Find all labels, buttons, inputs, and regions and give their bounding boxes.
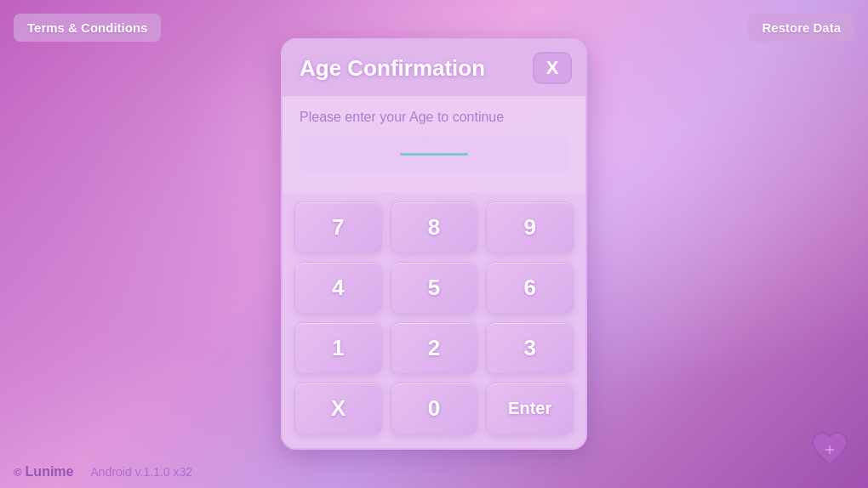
- input-label: Please enter your Age to continue: [300, 110, 568, 125]
- key-4[interactable]: 4: [294, 262, 382, 314]
- age-confirmation-modal: Age Confirmation X Please enter your Age…: [281, 38, 587, 450]
- keypad: 7 8 9 4 5 6 1 2 3 X 0 Enter: [283, 193, 585, 448]
- key-3[interactable]: 3: [486, 322, 574, 374]
- age-display-line: [400, 153, 468, 156]
- modal-header: Age Confirmation X: [283, 40, 585, 96]
- key-8[interactable]: 8: [391, 201, 478, 253]
- key-1[interactable]: 1: [294, 322, 382, 374]
- modal-title: Age Confirmation: [300, 55, 485, 82]
- key-enter[interactable]: Enter: [486, 383, 574, 434]
- modal-overlay: Age Confirmation X Please enter your Age…: [0, 0, 868, 488]
- modal-input-area: Please enter your Age to continue: [283, 96, 585, 193]
- key-5[interactable]: 5: [391, 262, 478, 314]
- age-display: [300, 135, 568, 173]
- key-clear[interactable]: X: [294, 383, 382, 434]
- key-6[interactable]: 6: [486, 262, 574, 314]
- key-0[interactable]: 0: [391, 383, 478, 434]
- key-2[interactable]: 2: [391, 322, 478, 374]
- key-7[interactable]: 7: [294, 201, 382, 253]
- modal-close-button[interactable]: X: [533, 52, 572, 84]
- key-9[interactable]: 9: [486, 201, 574, 253]
